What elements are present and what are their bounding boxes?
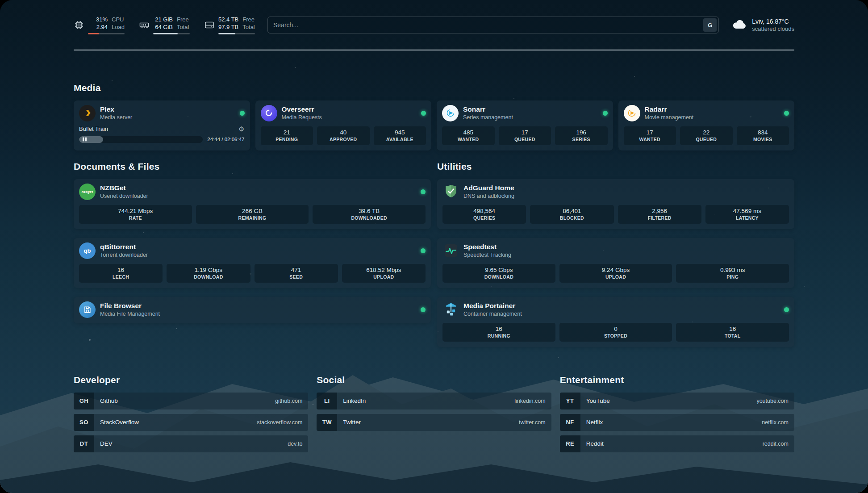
section-media: Media Plex Media server	[74, 83, 794, 150]
disk-free-label: Free	[242, 16, 255, 24]
header-divider	[74, 50, 794, 50]
stat-ping: 0.993 ms PING	[676, 264, 789, 283]
bookmark-youtube[interactable]: YT YouTube youtube.com	[560, 393, 794, 409]
playback-progress-bar[interactable]	[79, 136, 203, 143]
top-bar: 31% 2.94 CPU Load	[74, 0, 794, 34]
bookmark-abbr: RE	[560, 435, 580, 452]
qbittorrent-icon: qb	[79, 242, 96, 259]
service-card-qbittorrent[interactable]: qb qBittorrent Torrent downloader 16	[74, 238, 431, 288]
disk-free: 52.4 TB	[218, 16, 238, 24]
stat-blocked: 86,401 BLOCKED	[530, 205, 613, 224]
bookmark-name: Netflix	[586, 419, 603, 426]
stat-pending: 21 PENDING	[261, 126, 313, 145]
section-title-utilities: Utilities	[437, 161, 794, 172]
service-name: NZBGet	[100, 184, 148, 192]
weather-location: Lviv, 16.87°C	[752, 18, 794, 25]
now-playing-title: Bullet Train	[79, 125, 108, 132]
service-name: File Browser	[100, 302, 160, 310]
service-name: Media Portainer	[463, 302, 522, 310]
memory-icon	[139, 20, 150, 30]
section-title-entertainment: Entertainment	[560, 375, 794, 385]
bookmark-netflix[interactable]: NF Netflix netflix.com	[560, 414, 794, 431]
search-bar[interactable]: G	[267, 17, 719, 33]
search-input[interactable]	[273, 21, 703, 29]
section-title-media: Media	[74, 83, 794, 93]
stat-movies: 834 MOVIES	[737, 126, 789, 145]
stat-download: 1.19 Gbps DOWNLOAD	[167, 264, 250, 283]
bookmark-abbr: DT	[74, 435, 94, 452]
snow-specks	[0, 0, 1, 1]
bookmark-abbr: GH	[74, 393, 94, 409]
service-subtitle: Torrent downloader	[100, 252, 148, 258]
plex-icon	[79, 105, 96, 121]
bookmark-twitter[interactable]: TW Twitter twitter.com	[317, 414, 551, 431]
service-name: Plex	[100, 105, 132, 113]
bookmark-name: Github	[100, 397, 118, 404]
service-subtitle: DNS and adblocking	[463, 193, 514, 199]
bookmark-url: github.com	[275, 398, 302, 404]
bookmark-name: Reddit	[586, 440, 604, 447]
stat-queued: 22 QUEUED	[680, 126, 733, 145]
service-card-overseerr[interactable]: Overseerr Media Requests 21 PENDING 40 A…	[255, 100, 432, 150]
cpu-load-label: Load	[112, 24, 125, 31]
stat-download: 9.65 Gbps DOWNLOAD	[442, 264, 555, 283]
service-card-plex[interactable]: Plex Media server Bullet Train ⚙	[74, 100, 250, 150]
service-card-sonarr[interactable]: Sonarr Series management 485 WANTED 17 Q…	[437, 100, 613, 150]
status-dot	[603, 111, 608, 116]
section-title-social: Social	[317, 375, 551, 385]
overseerr-icon	[261, 105, 277, 121]
service-card-adguard[interactable]: AdGuard Home DNS and adblocking 498,564 …	[437, 179, 794, 229]
bookmark-dev[interactable]: DT DEV dev.to	[74, 435, 308, 452]
stat-remaining: 266 GB REMAINING	[196, 205, 309, 224]
cpu-widget: 31% 2.94 CPU Load	[74, 16, 125, 34]
bookmark-name: StackOverflow	[100, 419, 139, 426]
adguard-icon	[442, 184, 459, 200]
service-card-portainer[interactable]: Media Portainer Container management 16 …	[437, 297, 794, 347]
gear-icon[interactable]: ⚙	[238, 125, 244, 132]
playback-time: 24:44 / 02:06:47	[207, 137, 244, 142]
disk-widget: 52.4 TB 97.9 TB Free Total	[204, 16, 255, 34]
stat-filtered: 2,956 FILTERED	[618, 205, 701, 224]
stat-rate: 744.21 Mbps RATE	[79, 205, 192, 224]
stat-downloaded: 39.6 TB DOWNLOADED	[313, 205, 426, 224]
service-card-radarr[interactable]: Radarr Movie management 17 WANTED 22 QUE…	[618, 100, 795, 150]
bookmark-name: Twitter	[343, 419, 361, 426]
status-dot	[421, 248, 426, 253]
bookmark-url: stackoverflow.com	[257, 419, 302, 426]
stat-approved: 40 APPROVED	[317, 126, 370, 145]
service-subtitle: Container management	[463, 311, 522, 317]
bookmark-name: LinkedIn	[343, 397, 366, 404]
section-title-documents: Documents & Files	[74, 161, 431, 172]
bookmark-url: netflix.com	[762, 419, 789, 426]
bookmark-abbr: NF	[560, 414, 580, 431]
service-card-filebrowser[interactable]: File Browser Media File Management	[74, 297, 431, 323]
disk-icon	[204, 20, 215, 30]
cloud-icon	[731, 19, 747, 31]
service-name: Radarr	[645, 105, 694, 113]
bookmark-group-entertainment: Entertainment YT YouTube youtube.com NF …	[560, 375, 794, 452]
bookmark-url: dev.to	[288, 441, 302, 447]
service-subtitle: Speedtest Tracking	[463, 252, 511, 258]
memory-total: 64 GiB	[153, 24, 173, 31]
service-card-speedtest[interactable]: Speedtest Speedtest Tracking 9.65 Gbps D…	[437, 238, 794, 288]
bookmark-reddit[interactable]: RE Reddit reddit.com	[560, 435, 794, 452]
service-name: Sonarr	[463, 105, 513, 113]
bookmark-github[interactable]: GH Github github.com	[74, 393, 308, 409]
status-dot	[240, 111, 245, 116]
stat-running: 16 RUNNING	[442, 323, 555, 342]
speedtest-icon	[442, 242, 459, 259]
bookmark-stackoverflow[interactable]: SO StackOverflow stackoverflow.com	[74, 414, 308, 431]
section-documents: Documents & Files nzbget NZBGet Usenet d…	[74, 161, 431, 347]
pause-icon[interactable]	[83, 138, 87, 142]
stat-queued: 17 QUEUED	[499, 126, 551, 145]
status-dot	[421, 307, 426, 312]
stat-wanted: 485 WANTED	[442, 126, 495, 145]
status-dot	[784, 111, 789, 116]
bookmark-linkedin[interactable]: LI LinkedIn linkedin.com	[317, 393, 551, 409]
memory-free-label: Free	[177, 16, 189, 24]
cpu-usage-bar	[88, 33, 125, 34]
service-subtitle: Media Requests	[282, 114, 322, 121]
service-card-nzbget[interactable]: nzbget NZBGet Usenet downloader 744.21 M…	[74, 179, 431, 229]
dashboard-screen: 31% 2.94 CPU Load	[0, 0, 868, 493]
search-provider-button[interactable]: G	[703, 18, 717, 32]
